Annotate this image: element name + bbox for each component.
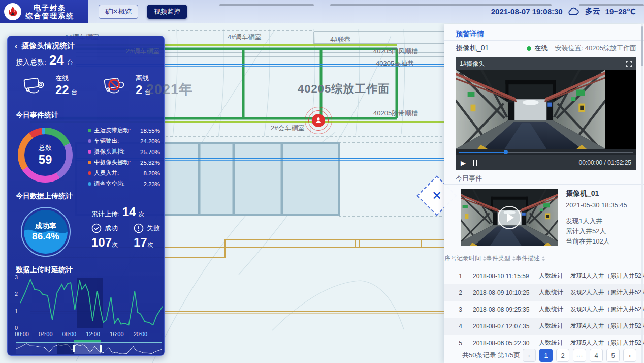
- cell-desc: 发现2人入井（累计入井52人...: [570, 288, 644, 297]
- legend-item[interactable]: 车辆驶出: 24.20%: [88, 137, 160, 145]
- play-icon[interactable]: ▶: [461, 159, 466, 167]
- legend-dot: [88, 139, 91, 143]
- legend-value: 24.20%: [140, 138, 160, 144]
- tunnel-video-still: [456, 70, 605, 149]
- latency-line-chart: [20, 278, 162, 328]
- online-label: 在线: [55, 74, 77, 83]
- panel-scrollbar[interactable]: [641, 24, 643, 363]
- cumulative-unit: 次: [138, 210, 144, 219]
- donut-center-value: 59: [39, 153, 52, 167]
- event-line: 发现1人入井: [566, 216, 627, 226]
- brush-selection[interactable]: [74, 343, 100, 354]
- page-buttons: ‹ 12···45 ›: [523, 349, 636, 362]
- cell-desc: 发现5人入井（累计入井52人...: [570, 339, 644, 347]
- sort-icon[interactable]: [542, 256, 545, 261]
- time-range-brush[interactable]: [16, 342, 162, 354]
- legend-item[interactable]: 主运皮带启动: 18.55%: [88, 127, 160, 134]
- cell-type: 人数统计: [539, 305, 568, 314]
- video-titlebar: 1#摄像头: [456, 57, 636, 70]
- deco-line: [579, 4, 644, 6]
- nav-button[interactable]: 矿区概览: [99, 5, 138, 19]
- chevron-left-icon[interactable]: ‹: [15, 42, 17, 51]
- event-camera-name: 摄像机_01: [566, 189, 627, 198]
- success-value: 107: [91, 235, 112, 249]
- video-frame[interactable]: [456, 70, 636, 149]
- alert-detail-panel: 预警详情 摄像机_01 在线 安装位置: 40205综放工作面 1#摄像头: [444, 24, 644, 363]
- x-tick: 08:00: [62, 331, 77, 337]
- pause-icon[interactable]: [473, 160, 477, 166]
- legend-item[interactable]: 中摄像头挪动: 25.32%: [88, 159, 160, 166]
- fullscreen-icon[interactable]: [626, 60, 632, 67]
- total-value: 24: [49, 52, 64, 68]
- app-root: 1#调车硐室2#调车硐室4#调车硐室4#联巷40205回风顺槽40205高抽巷2…: [0, 0, 644, 363]
- camera-status: 在线: [534, 44, 548, 53]
- table-row[interactable]: 4 2018-08-07 12:07:35 人数统计 发现4人入井（累计入井52…: [444, 318, 644, 335]
- offline-value: 2: [136, 83, 142, 97]
- main-nav: 矿区概览视频监控: [99, 5, 187, 19]
- event-line: 当前在井102人: [566, 236, 627, 247]
- total-label: 接入总数:: [16, 58, 46, 67]
- x-tick: 04:00: [39, 331, 53, 337]
- online-unit: 台: [71, 88, 77, 96]
- brush-handle-right[interactable]: [100, 345, 102, 352]
- cell-id: 5: [452, 340, 469, 347]
- prev-page-button[interactable]: ‹: [523, 349, 536, 362]
- camera-name: 摄像机_01: [456, 44, 527, 53]
- table-row[interactable]: 1 2018-08-10 11:15:59 人数统计 发现1人入井（累计入井52…: [444, 267, 644, 284]
- video-progress-bar[interactable]: [456, 149, 636, 155]
- online-block: 在线 22 台: [22, 74, 77, 97]
- page-button[interactable]: 2: [556, 349, 569, 362]
- event-time: 2021-05-30 18:35:45: [566, 201, 627, 209]
- table-row[interactable]: 2 2018-08-09 10:10:25 人数统计 发现2人入井（累计入井52…: [444, 284, 644, 301]
- fail-label: 失败: [147, 224, 160, 233]
- legend-value: 2.23%: [143, 181, 160, 187]
- map-label: 40205综放工作面: [298, 81, 390, 97]
- legend-item[interactable]: 人员入井: 8.20%: [88, 169, 160, 177]
- panel-header: ‹ 摄像头情况统计: [15, 41, 75, 51]
- event-lines: 发现1人入井累计入井52人当前在井102人: [566, 216, 627, 247]
- temperature-text: 19~28℃: [605, 7, 636, 16]
- legend-item[interactable]: 摄像头遮挡: 25.70%: [88, 148, 160, 156]
- alarm-marker[interactable]: [305, 107, 332, 134]
- table-header-cell[interactable]: 事件类型: [486, 254, 516, 263]
- table-header-cell[interactable]: 事件描述: [516, 254, 545, 263]
- page-button[interactable]: 5: [606, 349, 620, 362]
- nav-button[interactable]: 视频监控: [147, 5, 187, 19]
- play-overlay-icon[interactable]: [498, 206, 521, 229]
- map-label: 4#调车硐室: [228, 33, 261, 42]
- legend-value: 25.70%: [140, 149, 160, 155]
- offline-block: 离线 2 台: [102, 74, 151, 97]
- brush-grip[interactable]: [74, 340, 101, 342]
- legend-dot: [88, 161, 91, 164]
- page-button[interactable]: ···: [573, 349, 586, 362]
- cell-id: 2: [452, 289, 469, 296]
- cell-type: 人数统计: [539, 322, 568, 330]
- y-tick: 1: [11, 308, 18, 314]
- table-header-cell[interactable]: 序号: [444, 254, 457, 263]
- map-label: 40205胶带顺槽: [373, 109, 418, 118]
- next-page-button[interactable]: ›: [623, 349, 636, 362]
- map-label: 2#调车硐室: [126, 47, 159, 56]
- x-tick: 00:00: [15, 331, 29, 337]
- cell-time: 2018-08-08 09:25:35: [473, 306, 537, 313]
- cell-time: 2018-08-07 12:07:35: [473, 323, 537, 330]
- legend-label: 摄像头遮挡:: [94, 148, 140, 156]
- cell-desc: 发现1人入井（累计入井52人...: [570, 271, 644, 280]
- legend-item[interactable]: 调查室空岗: 2.23%: [88, 180, 160, 188]
- table-header-cell[interactable]: 记录时间: [457, 254, 486, 263]
- y-tick: 3: [11, 274, 18, 280]
- success-block: 成功 107次: [91, 223, 118, 250]
- video-time: 00:00:00 / 01:52:25: [579, 159, 631, 166]
- page-button[interactable]: 1: [539, 349, 553, 362]
- pagination: 共50条记录 第1/5页 ‹ 12···45 ›: [444, 349, 644, 362]
- page-button[interactable]: 4: [590, 349, 603, 362]
- brush-handle-left[interactable]: [73, 345, 75, 352]
- event-card: 摄像机_01 2021-05-30 18:35:45 发现1人入井累计入井52人…: [461, 189, 636, 247]
- y-tick: 0: [11, 325, 18, 331]
- event-video-thumbnail[interactable]: [461, 189, 558, 246]
- miner-alert-icon: [312, 114, 325, 127]
- table-row[interactable]: 3 2018-08-08 09:25:35 人数统计 发现3人入井（累计入井52…: [444, 301, 644, 318]
- scrollbar-thumb[interactable]: [641, 26, 643, 66]
- cell-id: 1: [452, 273, 469, 280]
- progress-thumb[interactable]: [504, 150, 508, 154]
